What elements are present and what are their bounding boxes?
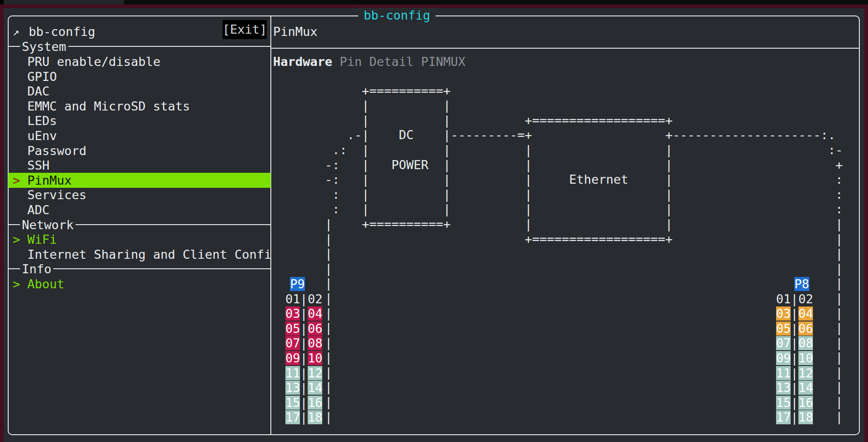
tab-pin-detail[interactable]: Pin Detail <box>340 54 414 69</box>
pin-cell: 07 <box>285 336 300 350</box>
pin-cell: 14 <box>308 381 322 395</box>
pin-cell: 18 <box>798 410 813 424</box>
sidebar-item-emmc-and-microsd-stats[interactable]: EMMC and MicroSD stats <box>8 99 271 114</box>
pin-cell: 03 <box>776 306 791 321</box>
p8-pin-row-09-10: 09|10 <box>776 351 813 366</box>
sidebar-item-internet-sharing-and-client-confi[interactable]: Internet Sharing and Client Confi <box>8 247 271 262</box>
pin-separator: | <box>300 396 308 410</box>
pin-cell: 10 <box>308 351 322 365</box>
pin-separator: | <box>300 292 308 306</box>
sidebar-item-label: PRU enable/disable <box>27 54 161 69</box>
pin-cell: 08 <box>308 336 322 350</box>
pin-separator: | <box>791 366 798 380</box>
pin-cell: 10 <box>798 351 813 365</box>
strip-corner <box>0 0 4 4</box>
p9-pin-row-05-06: 05|06 <box>285 321 322 336</box>
sidebar-section-info: Info <box>20 261 53 276</box>
pin-separator: | <box>300 410 308 424</box>
selection-marker: > <box>13 276 20 291</box>
sidebar-item-label: GPIO <box>27 69 57 84</box>
p8-pin-row-15-16: 15|16 <box>776 395 813 410</box>
pin-separator: | <box>300 366 308 380</box>
pin-cell: 17 <box>285 410 300 424</box>
pin-cell: 16 <box>308 396 322 410</box>
p8-pin-row-11-12: 11|12 <box>776 366 813 381</box>
p8-pin-row-13-14: 13|14 <box>776 380 813 395</box>
sidebar-item-services[interactable]: Services <box>8 187 271 202</box>
pin-separator: | <box>791 351 798 365</box>
pin-separator: | <box>791 292 798 306</box>
pin-separator: | <box>791 381 798 395</box>
sidebar-section-network: Network <box>20 217 76 232</box>
board-ascii-art: +==========+ | | | | +==================… <box>273 69 843 424</box>
tabs-separator <box>271 48 859 49</box>
pin-cell: 12 <box>798 366 813 380</box>
pin-separator: | <box>791 321 798 336</box>
sidebar-item-gpio[interactable]: GPIO <box>8 69 271 84</box>
p9-pin-row-01-02: 01|02 <box>285 291 322 306</box>
sidebar-item-uenv[interactable]: uEnv <box>8 128 271 143</box>
sidebar-item-label: DAC <box>27 84 50 99</box>
pin-cell: 09 <box>776 351 791 365</box>
pin-cell: 17 <box>776 410 791 424</box>
pin-cell: 18 <box>308 410 322 424</box>
pin-cell: 01 <box>285 292 300 306</box>
pin-cell: 13 <box>776 381 791 395</box>
tab-hardware[interactable]: Hardware <box>273 54 332 69</box>
pin-cell: 04 <box>308 306 322 321</box>
sidebar-item-label: Internet Sharing and Client Confi <box>27 247 271 262</box>
sidebar-item-password[interactable]: Password <box>8 143 271 158</box>
p8-pin-row-07-08: 07|08 <box>776 336 813 351</box>
pin-cell: 03 <box>285 306 300 321</box>
exit-button[interactable]: [Exit] <box>223 20 267 39</box>
sidebar-item-label: WiFi <box>27 232 57 247</box>
p8-pin-row-05-06: 05|06 <box>776 321 813 336</box>
sidebar-app-title: bb-config <box>29 24 95 40</box>
pin-cell: 13 <box>285 381 300 395</box>
sidebar-item-label: uEnv <box>27 128 57 143</box>
pin-separator: | <box>791 306 798 321</box>
p9-pin-row-15-16: 15|16 <box>285 395 322 410</box>
pin-cell: 09 <box>285 351 300 365</box>
pin-separator: | <box>300 381 308 395</box>
p8-pin-row-03-04: 03|04 <box>776 306 813 321</box>
pin-cell: 07 <box>776 336 791 350</box>
pin-cell: 05 <box>776 321 791 336</box>
p9-pin-row-07-08: 07|08 <box>285 336 322 351</box>
sidebar-item-dac[interactable]: DAC <box>8 84 271 99</box>
sidebar-item-label: Services <box>27 187 86 202</box>
pin-separator: | <box>300 336 308 350</box>
pin-cell: 11 <box>776 366 791 380</box>
terminal-tab[interactable] <box>4 0 124 5</box>
p8-pin-row-17-18: 17|18 <box>776 410 813 425</box>
sidebar-item-wifi[interactable]: >WiFi <box>8 232 271 247</box>
sidebar-item-leds[interactable]: LEDs <box>8 113 271 128</box>
sidebar-item-label: About <box>27 276 64 291</box>
pin-cell: 15 <box>776 396 791 410</box>
tab-pinmux[interactable]: PINMUX <box>421 54 466 69</box>
sidebar-item-label: EMMC and MicroSD stats <box>27 99 190 114</box>
p9-pin-row-13-14: 13|14 <box>285 380 322 395</box>
p8-label: P8 <box>794 277 809 291</box>
pin-cell: 11 <box>285 366 300 380</box>
pin-cell: 05 <box>285 321 300 336</box>
sidebar-item-adc[interactable]: ADC <box>8 202 271 217</box>
pin-separator: | <box>300 321 308 336</box>
sidebar-item-label: LEDs <box>27 113 57 128</box>
sidebar-item-ssh[interactable]: SSH <box>8 158 271 173</box>
p9-pin-row-03-04: 03|04 <box>285 306 322 321</box>
app-title: bb-config <box>358 8 436 23</box>
page-title: PinMux <box>273 24 318 39</box>
sidebar-item-pinmux[interactable]: >PinMux <box>8 173 271 188</box>
selection-marker: > <box>13 232 20 247</box>
pin-separator: | <box>791 410 798 424</box>
sidebar-item-about[interactable]: >About <box>8 276 271 291</box>
p9-pin-row-11-12: 11|12 <box>285 366 322 381</box>
sidebar-item-pru-enable-disable[interactable]: PRU enable/disable <box>8 54 271 69</box>
p8-pin-row-01-02: 01|02 <box>776 291 813 306</box>
screen: bb-config ↗ bb-config [Exit] SystemPRU e… <box>0 0 868 442</box>
sidebar-item-label: ADC <box>27 202 50 217</box>
pin-separator: | <box>300 351 308 365</box>
pin-separator: | <box>300 306 308 321</box>
p9-pin-row-17-18: 17|18 <box>285 410 322 425</box>
